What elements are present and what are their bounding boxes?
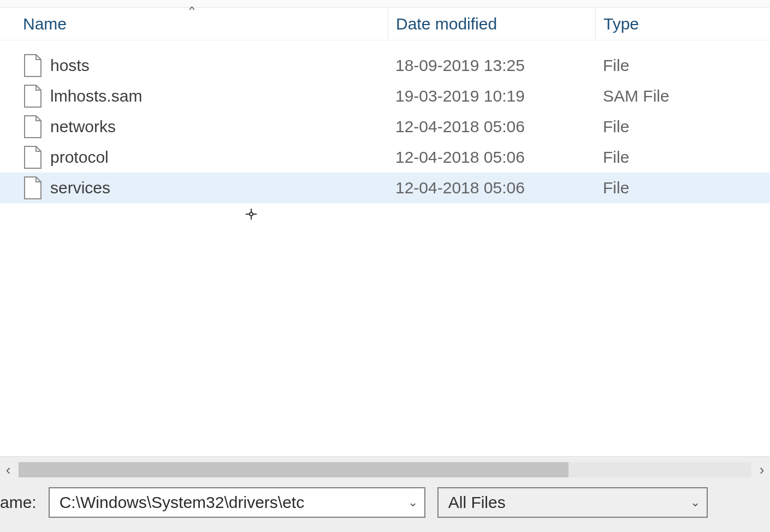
scroll-thumb[interactable] (19, 462, 568, 477)
file-icon (23, 115, 43, 139)
file-icon (23, 145, 43, 169)
filename-input[interactable]: C:\Windows\System32\drivers\etc ⌄ (49, 487, 425, 518)
svg-point-4 (250, 212, 253, 216)
sort-indicator-up-icon: ˄ (187, 6, 197, 19)
file-date: 19-03-2019 10:19 (395, 87, 525, 105)
file-name: protocol (50, 148, 109, 167)
dialog-bottom-panel: ‹ › ame: C:\Windows\System32\drivers\etc… (0, 456, 770, 532)
file-row[interactable]: networks12-04-2018 05:06File (0, 111, 770, 142)
file-row[interactable]: hosts18-09-2019 13:25File (0, 50, 770, 81)
column-header-date[interactable]: Date modified (388, 8, 595, 40)
column-header-type[interactable]: Type (595, 8, 770, 40)
file-row[interactable]: lmhosts.sam19-03-2019 10:19SAM File (0, 81, 770, 111)
crosshair-cursor-icon (246, 209, 257, 222)
filetype-filter-dropdown[interactable]: All Files ⌄ (437, 487, 708, 518)
file-type: File (603, 56, 629, 74)
file-date: 12-04-2018 05:06 (395, 179, 525, 197)
filename-row: ame: C:\Windows\System32\drivers\etc ⌄ A… (0, 483, 770, 532)
filter-value: All Files (448, 493, 506, 512)
file-type: File (603, 179, 629, 197)
file-row[interactable]: protocol12-04-2018 05:06File (0, 142, 770, 173)
file-list: hosts18-09-2019 13:25File lmhosts.sam19-… (0, 40, 770, 203)
file-name: lmhosts.sam (50, 87, 142, 105)
scroll-track[interactable] (19, 462, 751, 477)
chevron-down-icon[interactable]: ⌄ (408, 495, 418, 510)
horizontal-scrollbar[interactable]: ‹ › (0, 457, 770, 483)
filename-label: ame: (0, 493, 37, 512)
window-top-border (0, 0, 770, 8)
filename-value: C:\Windows\System32\drivers\etc (60, 493, 304, 512)
column-headers: ˄ Name Date modified Type (0, 8, 770, 40)
file-type: SAM File (603, 87, 670, 105)
file-name: hosts (50, 56, 90, 75)
file-icon (23, 176, 43, 200)
scroll-right-icon[interactable]: › (755, 462, 769, 478)
file-date: 12-04-2018 05:06 (395, 117, 525, 135)
file-name: networks (50, 117, 116, 136)
file-name: services (50, 179, 110, 197)
chevron-down-icon[interactable]: ⌄ (690, 495, 700, 510)
file-type: File (603, 117, 629, 135)
file-type: File (603, 148, 629, 166)
scroll-left-icon[interactable]: ‹ (1, 462, 15, 478)
file-icon (23, 84, 43, 108)
file-row[interactable]: services12-04-2018 05:06File (0, 173, 770, 203)
file-date: 12-04-2018 05:06 (395, 148, 525, 166)
file-date: 18-09-2019 13:25 (395, 56, 525, 74)
file-icon (23, 54, 43, 78)
